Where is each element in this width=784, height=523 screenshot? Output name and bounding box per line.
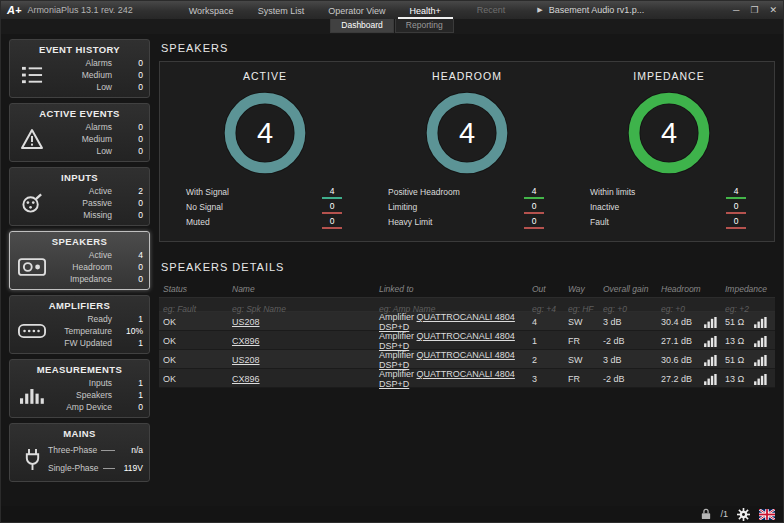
legend-label: No Signal xyxy=(186,201,223,212)
speaker-name-link[interactable]: CX896 xyxy=(232,374,260,384)
table-row[interactable]: OK CX896 Amplifier QUATTROCANALI 4804 DS… xyxy=(159,369,775,388)
filter-headroom-input[interactable] xyxy=(661,304,720,314)
headroom-meter-icon[interactable] xyxy=(704,336,717,347)
panel-title: INPUTS xyxy=(16,172,143,183)
tab-reporting[interactable]: Reporting xyxy=(395,19,454,33)
stat-label: Headroom xyxy=(72,262,112,272)
recent-menu[interactable]: Recent xyxy=(477,5,506,15)
cell-impedance: 13 Ω xyxy=(725,336,744,346)
impedance-meter-icon[interactable] xyxy=(754,336,767,347)
legend-row: Positive Headroom4 xyxy=(388,186,546,199)
sidebar-panel-mains[interactable]: MAINS Three-Phasen/a Single-Phase119V xyxy=(9,423,150,482)
column-header-linked-to[interactable]: Linked to xyxy=(379,284,532,294)
speaker-cabinet-icon xyxy=(16,258,48,276)
stat-label: Low xyxy=(96,82,112,92)
column-header-out[interactable]: Out xyxy=(532,284,568,294)
stat-row: FW Updated1 xyxy=(48,338,143,348)
stat-value: 0 xyxy=(119,146,143,156)
project-name: Basement Audio rv1.p... xyxy=(549,5,645,15)
legend-value: 4 xyxy=(734,186,739,196)
cell-status: OK xyxy=(163,355,232,365)
stat-value: 0 xyxy=(119,58,143,68)
filter-impedance-input[interactable] xyxy=(725,304,771,314)
stat-row: Speakers1 xyxy=(48,390,143,400)
sidebar: EVENT HISTORY Alarms0 Medium0 Low0 xyxy=(9,39,150,504)
sidebar-panel-event-history[interactable]: EVENT HISTORY Alarms0 Medium0 Low0 xyxy=(9,39,150,98)
stat-label: Inputs xyxy=(89,378,112,388)
legend-color-dash xyxy=(726,227,746,229)
stat-label: Ready xyxy=(87,314,112,324)
legend-value: 0 xyxy=(734,216,739,226)
menu-item-workspace[interactable]: Workspace xyxy=(177,2,246,19)
stat-row: Medium0 xyxy=(48,70,143,80)
gauge-value: 4 xyxy=(222,90,308,176)
meter-bars-icon xyxy=(16,387,48,404)
table-row[interactable]: OK US208 Amplifier QUATTROCANALI 4804 DS… xyxy=(159,350,775,369)
headroom-meter-icon[interactable] xyxy=(704,317,717,328)
play-icon[interactable]: ▶ xyxy=(537,6,542,14)
sidebar-panel-speakers[interactable]: SPEAKERS Active4 Headroom0 Impedance0 xyxy=(9,231,150,290)
legend-value: 4 xyxy=(330,186,335,196)
column-header-impedance[interactable]: Impedance xyxy=(725,284,775,294)
filter-status-input[interactable] xyxy=(163,304,226,314)
gauge-legend: Within limits4 Inactive0 Fault0 xyxy=(590,186,748,229)
table-row[interactable]: OK CX896 Amplifier QUATTROCANALI 4804 DS… xyxy=(159,331,775,350)
lock-icon[interactable] xyxy=(701,508,711,520)
sidebar-panel-active-events[interactable]: ACTIVE EVENTS Alarms0 Medium0 Low0 xyxy=(9,103,150,162)
settings-gear-icon[interactable] xyxy=(737,508,750,521)
tab-dashboard[interactable]: Dashboard xyxy=(330,19,394,33)
stat-row: Inputs1 xyxy=(48,378,143,388)
speaker-name-link[interactable]: US208 xyxy=(232,355,260,365)
panel-title: MAINS xyxy=(16,428,143,439)
menu-item-health[interactable]: Health+ xyxy=(398,2,453,19)
headroom-meter-icon[interactable] xyxy=(704,355,717,366)
gauges-panel: ACTIVE 4 With Signal4 No Signal0 Muted0 xyxy=(159,61,775,242)
close-icon[interactable]: ✕ xyxy=(769,5,777,15)
minimize-icon[interactable]: ─ xyxy=(733,5,739,15)
panel-title: SPEAKERS xyxy=(16,236,143,247)
sidebar-panel-amplifiers[interactable]: AMPLIFIERS Ready1 Temperature10% FW Upda… xyxy=(9,295,150,354)
table-header-row: Status Name Linked to Out Way Overall ga… xyxy=(159,280,775,297)
sidebar-panel-inputs[interactable]: INPUTS Active2 Passive0 Missing0 xyxy=(9,167,150,226)
sub-tabbar: Dashboard Reporting xyxy=(1,19,783,34)
speaker-name-link[interactable]: US208 xyxy=(232,317,260,327)
amplifier-icon xyxy=(16,324,48,338)
impedance-meter-icon[interactable] xyxy=(754,317,767,328)
stat-label: Alarms xyxy=(86,122,112,132)
column-header-headroom[interactable]: Headroom xyxy=(661,284,725,294)
cell-out: 1 xyxy=(532,336,568,346)
filter-way-input[interactable] xyxy=(568,304,600,314)
column-header-overall-gain[interactable]: Overall gain xyxy=(603,284,661,294)
cell-status: OK xyxy=(163,374,232,384)
connector-line xyxy=(103,468,115,469)
panel-title: EVENT HISTORY xyxy=(16,44,143,55)
stat-row: Amp Device0 xyxy=(48,402,143,412)
stat-label: Alarms xyxy=(86,58,112,68)
column-header-status[interactable]: Status xyxy=(163,284,232,294)
impedance-meter-icon[interactable] xyxy=(754,374,767,385)
gauge-title: HEADROOM xyxy=(432,70,502,82)
headroom-meter-icon[interactable] xyxy=(704,374,717,385)
speaker-name-link[interactable]: CX896 xyxy=(232,336,260,346)
filter-name-input[interactable] xyxy=(232,304,367,314)
maximize-icon[interactable]: ❐ xyxy=(750,5,758,15)
stat-row: Missing0 xyxy=(48,210,143,220)
sidebar-panel-measurements[interactable]: MEASUREMENTS Inputs1 Speakers1 Amp Devic… xyxy=(9,359,150,418)
legend-row: Within limits4 xyxy=(590,186,748,199)
language-flag-icon[interactable] xyxy=(759,509,775,520)
cell-headroom: 27.1 dB xyxy=(661,336,692,346)
stat-value: 0 xyxy=(119,82,143,92)
cell-out: 3 xyxy=(532,374,568,384)
menu-item-operator-view[interactable]: Operator View xyxy=(316,2,397,19)
filter-gain-input[interactable] xyxy=(603,304,656,314)
impedance-meter-icon[interactable] xyxy=(754,355,767,366)
column-header-way[interactable]: Way xyxy=(568,284,603,294)
cell-gain: 3 dB xyxy=(603,355,661,365)
menu-item-system-list[interactable]: System List xyxy=(246,2,317,19)
legend-label: With Signal xyxy=(186,186,229,197)
legend-row: No Signal0 xyxy=(186,201,344,214)
column-header-name[interactable]: Name xyxy=(232,284,379,294)
stat-row: Three-Phasen/a xyxy=(48,445,143,455)
page-indicator: /1 xyxy=(720,509,728,519)
filter-out-input[interactable] xyxy=(532,304,565,314)
